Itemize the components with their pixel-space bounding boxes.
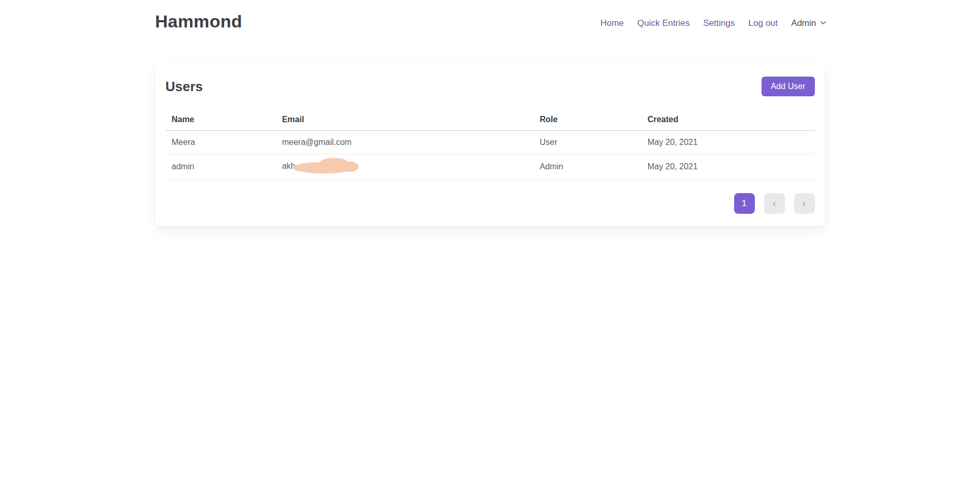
cell-name: Meera <box>166 131 276 154</box>
main-nav: Home Quick Entries Settings Log out Admi… <box>601 15 825 28</box>
cell-created: May 20, 2021 <box>641 154 815 180</box>
cell-created: May 20, 2021 <box>641 131 815 154</box>
cell-email: meera@gmail.com <box>276 131 534 154</box>
column-header-email: Email <box>276 110 534 131</box>
page-title: Users <box>166 79 203 95</box>
chevron-left-icon <box>773 201 778 206</box>
nav-item-logout[interactable]: Log out <box>749 18 778 28</box>
user-menu-dropdown[interactable]: Admin <box>791 18 825 28</box>
column-header-created: Created <box>641 110 815 131</box>
users-table-header-row: Name Email Role Created <box>166 110 815 131</box>
users-table: Name Email Role Created Meera meera@gmai… <box>166 110 815 180</box>
cell-role: User <box>534 131 641 154</box>
table-row: Meera meera@gmail.com User May 20, 2021 <box>166 131 815 154</box>
nav-item-quick-entries[interactable]: Quick Entries <box>637 18 690 28</box>
column-header-name: Name <box>166 110 276 131</box>
column-header-role: Role <box>534 110 641 131</box>
cell-role: Admin <box>534 154 641 180</box>
brand-logo[interactable]: Hammond <box>155 11 242 32</box>
next-page-button[interactable] <box>794 193 815 214</box>
chevron-down-icon <box>820 19 826 24</box>
chevron-right-icon <box>801 201 806 206</box>
users-card: Users Add User Name Email Role Created M… <box>155 64 825 226</box>
top-navbar: Hammond Home Quick Entries Settings Log … <box>155 0 825 32</box>
redaction-scribble <box>291 156 360 177</box>
users-card-header: Users Add User <box>166 76 815 97</box>
user-menu-label: Admin <box>791 18 816 28</box>
nav-item-home[interactable]: Home <box>601 18 624 28</box>
nav-item-settings[interactable]: Settings <box>703 18 735 28</box>
table-row: admin akh Admin May 20, 2021 <box>166 154 815 180</box>
pagination: 1 <box>166 193 815 214</box>
cell-name: admin <box>166 154 276 180</box>
cell-email: akh <box>276 154 534 180</box>
page-number-button[interactable]: 1 <box>734 193 755 214</box>
prev-page-button[interactable] <box>764 193 785 214</box>
add-user-button[interactable]: Add User <box>762 77 815 96</box>
